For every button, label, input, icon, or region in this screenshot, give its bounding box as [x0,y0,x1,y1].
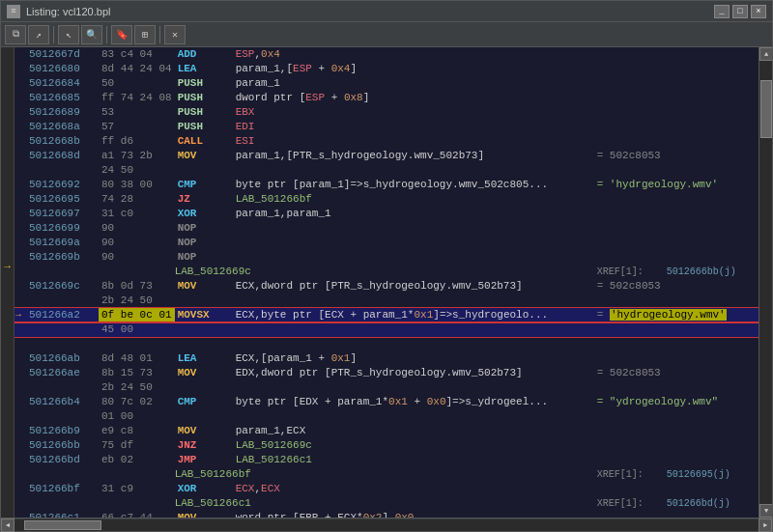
scroll-right-button[interactable]: ► [759,518,772,532]
left-gutter: → [1,47,14,518]
scroll-left-button[interactable]: ◄ [1,518,14,532]
title-bar-controls: _ □ × [714,5,766,18]
table-row[interactable]: 501266c1 66 c7 44 MOV word ptr [EBP + EC… [14,511,759,518]
table-row[interactable]: 5012669b 90 NOP [14,250,759,265]
content-area: → 5012667d 83 c4 04 ADD ESP,0x4 [1,47,772,518]
table-row[interactable]: 5012668d a1 73 2b MOV param_1,[PTR_s_hyd… [14,149,759,163]
scroll-up-button[interactable]: ▲ [759,47,772,61]
search-button[interactable]: 🔍 [81,25,102,44]
table-row[interactable]: 50126684 50 PUSH param_1 [14,76,759,91]
label-row: LAB_501266bf XREF[1]: 50126695(j) [14,467,759,482]
highlighted-row[interactable]: → 501266a2 0f be 0c 01 MOVSX ECX,byte pt… [14,308,759,322]
table-row-cont: 01 00 [14,409,759,424]
toolbar: ⧉ ↗ ↖ 🔍 🔖 ⊞ ✕ [1,22,772,47]
table-row[interactable]: 50126692 80 38 00 CMP byte ptr [param_1]… [14,178,759,192]
label-row: LAB_5012669c XREF[1]: 5012666bb(j) [14,265,759,279]
operands: ESP,0x4 [233,47,594,62]
table-row[interactable]: 5012669a 90 NOP [14,236,759,250]
minimize-button[interactable]: _ [714,5,730,18]
table-row-cont: 2b 24 50 [14,294,759,308]
table-row[interactable]: 5012668a 57 PUSH EDI [14,120,759,134]
table-row[interactable]: 501266b9 e9 c8 MOV param_1,ECX [14,424,759,438]
horizontal-scrollbar[interactable]: ◄ ► [1,518,772,531]
scroll-thumb[interactable] [760,80,772,138]
cursor-button[interactable]: ↖ [58,25,79,44]
vertical-scrollbar[interactable]: ▲ ▼ [759,47,772,518]
hscroll-thumb[interactable] [24,520,101,530]
toolbar-separator-2 [106,26,107,43]
mnemonic: ADD [175,47,233,62]
table-row[interactable]: 501266ae 8b 15 73 MOV EDX,dword ptr [PTR… [14,366,759,380]
table-row[interactable]: 501266bb 75 df JNZ LAB_5012669c [14,438,759,453]
table-row[interactable]: 50126697 31 c0 XOR param_1,param_1 [14,207,759,221]
hscroll-track[interactable] [14,519,759,531]
table-row[interactable]: 501266ab 8d 48 01 LEA ECX,[param_1 + 0x1… [14,351,759,366]
table-row[interactable]: 50126680 8d 44 24 04 LEA param_1,[ESP + … [14,62,759,76]
disassembly-table: 5012667d 83 c4 04 ADD ESP,0x4 50126680 8… [14,47,759,518]
bytes: 83 c4 04 [99,47,175,62]
close-button[interactable]: × [751,5,766,18]
code-view[interactable]: 5012667d 83 c4 04 ADD ESP,0x4 50126680 8… [14,47,759,518]
window-title: Listing: vcl120.bpl [26,6,110,17]
toolbar-separator-3 [159,26,160,43]
scroll-track[interactable] [759,61,772,504]
xref-button[interactable]: ↗ [28,25,49,44]
title-bar: ≡ Listing: vcl120.bpl _ □ × [1,1,772,22]
highlighted-row-cont: 45 00 [14,322,759,337]
layout-button[interactable]: ⊞ [134,25,156,44]
copy-button[interactable]: ⧉ [5,25,26,44]
comment [594,47,759,62]
label-row: LAB_501266c1 XREF[1]: 501266bd(j) [14,496,759,511]
title-bar-left: ≡ Listing: vcl120.bpl [7,5,110,18]
current-line-arrow: → [4,260,11,274]
address: 5012667d [26,47,99,62]
table-row[interactable]: 50126695 74 28 JZ LAB_501266bf [14,192,759,207]
close-listing-button[interactable]: ✕ [164,25,186,44]
table-row[interactable]: 50126699 90 NOP [14,221,759,236]
main-window: ≡ Listing: vcl120.bpl _ □ × ⧉ ↗ ↖ 🔍 🔖 ⊞ … [0,0,773,532]
table-row[interactable]: 5012669c 8b 0d 73 MOV ECX,dword ptr [PTR… [14,279,759,294]
table-row[interactable]: 501266bd eb 02 JMP LAB_501266c1 [14,453,759,467]
table-row[interactable]: 5012668b ff d6 CALL ESI [14,134,759,149]
table-row[interactable]: 50126689 53 PUSH EBX [14,105,759,120]
toolbar-separator [53,26,54,43]
table-row[interactable]: 50126685 ff 74 24 08 PUSH dword ptr [ESP… [14,91,759,105]
window-icon: ≡ [7,5,20,18]
table-row[interactable]: 501266b4 80 7c 02 CMP byte ptr [EDX + pa… [14,395,759,409]
table-row[interactable]: 501266bf 31 c9 XOR ECX,ECX [14,482,759,496]
table-row-cont: 2b 24 50 [14,380,759,395]
table-row-cont: 24 50 [14,163,759,178]
scroll-container[interactable]: 5012667d 83 c4 04 ADD ESP,0x4 50126680 8… [14,47,759,518]
scroll-down-button[interactable]: ▼ [759,504,772,518]
maximize-button[interactable]: □ [732,5,748,18]
bookmark-button[interactable]: 🔖 [111,25,132,44]
table-row[interactable]: 5012667d 83 c4 04 ADD ESP,0x4 [14,47,759,62]
